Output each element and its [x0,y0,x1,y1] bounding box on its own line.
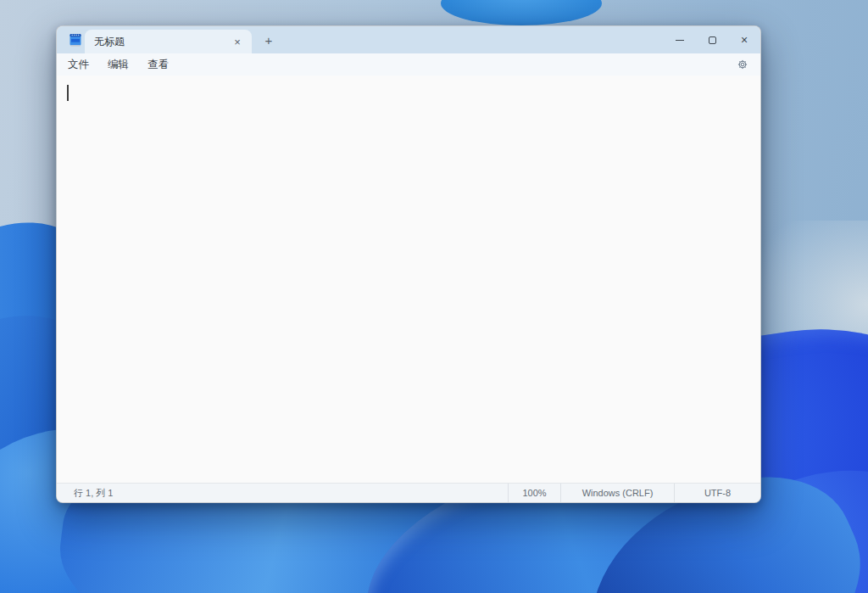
close-button[interactable]: × [728,26,760,53]
menubar: 文件 编辑 查看 [57,53,760,76]
desktop-wallpaper: 无标题 × + × 文件 编辑 查看 [0,0,868,593]
menu-file[interactable]: 文件 [58,55,98,75]
close-icon: × [741,34,748,46]
tab-untitled[interactable]: 无标题 × [85,30,252,53]
tab-close-icon[interactable]: × [230,34,245,49]
notepad-window: 无标题 × + × 文件 编辑 查看 [56,25,761,503]
titlebar[interactable]: 无标题 × + × [57,26,760,53]
menu-edit[interactable]: 编辑 [98,55,138,75]
maximize-button[interactable] [696,26,728,53]
new-tab-button[interactable]: + [259,31,279,49]
zoom-level[interactable]: 100% [508,484,560,502]
wallpaper-top-dome [441,0,602,25]
window-controls: × [664,26,760,53]
text-caret [67,85,69,101]
gear-icon [737,59,748,70]
editor-textarea[interactable] [57,76,760,483]
tab-title: 无标题 [94,35,230,49]
line-ending[interactable]: Windows (CRLF) [560,484,674,502]
notepad-icon [68,32,83,48]
statusbar: 行 1, 列 1 100% Windows (CRLF) UTF-8 [57,483,760,502]
maximize-icon [709,36,716,44]
menu-view[interactable]: 查看 [138,55,178,75]
minimize-button[interactable] [664,26,696,53]
cursor-position: 行 1, 列 1 [57,487,508,500]
encoding[interactable]: UTF-8 [674,484,760,502]
settings-button[interactable] [732,54,754,75]
minimize-icon [676,40,684,41]
